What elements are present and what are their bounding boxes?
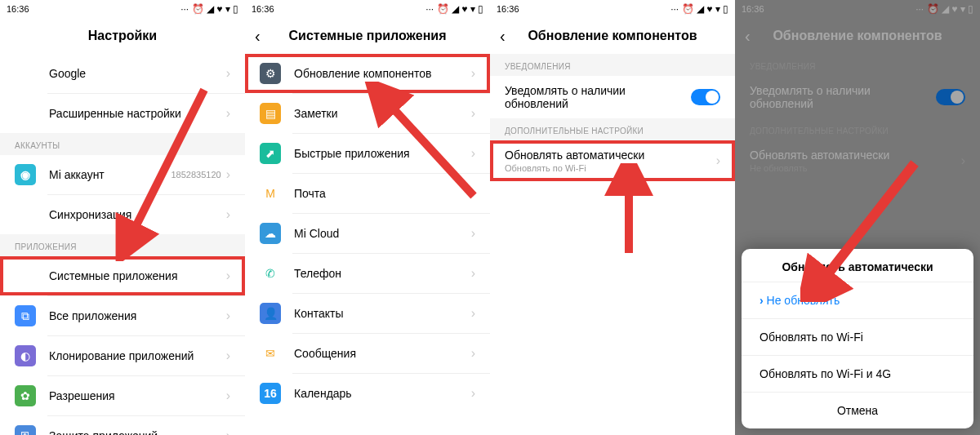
header: ‹ Обновление компонентов: [490, 18, 735, 54]
back-button[interactable]: ‹: [500, 27, 513, 46]
app-icon: ⛨: [15, 425, 36, 435]
list-item[interactable]: 👤 Контакты ›: [245, 294, 490, 333]
sheet-cancel-button[interactable]: Отмена: [742, 392, 973, 428]
list-item[interactable]: M Почта ›: [245, 174, 490, 213]
auto-update-sublabel: Обновлять по Wi-Fi: [505, 163, 716, 173]
panel-settings: 16:36 ··· ⏰ ◢ ♥ ▾ ▯ Настройки G Google ›…: [0, 0, 245, 435]
app-icon: ⚙: [260, 63, 281, 84]
sheet-option[interactable]: Обновлять по Wi-Fi: [742, 318, 973, 355]
chevron-right-icon: ›: [471, 146, 475, 161]
status-time: 16:36: [252, 4, 274, 14]
item-label: Заметки: [294, 107, 471, 120]
list-item[interactable]: ◉ Mi аккаунт 1852835120›: [0, 155, 245, 194]
app-icon: ☁: [260, 223, 281, 244]
app-icon: G: [15, 63, 36, 84]
section-notifications: УВЕДОМЛЕНИЯ: [490, 54, 735, 76]
back-button: ‹: [745, 27, 758, 46]
bottom-sheet: Обновлять автоматически Не обновлятьОбно…: [742, 249, 973, 428]
app-icon: M: [260, 183, 281, 204]
notify-label: Уведомлять о наличии обновлений: [750, 84, 936, 110]
chevron-right-icon: ›: [226, 106, 230, 121]
status-bar: 16:36 ··· ⏰ ◢ ♥ ▾ ▯: [0, 0, 245, 18]
list-item[interactable]: ⧉ Все приложения ›: [0, 296, 245, 335]
notify-toggle-row: Уведомлять о наличии обновлений: [735, 76, 980, 118]
section-extra: ДОПОЛНИТЕЛЬНЫЕ НАСТРОЙКИ: [735, 118, 980, 140]
chevron-right-icon: ›: [716, 153, 720, 168]
list-item[interactable]: ⚙ Обновление компонентов ›: [245, 54, 490, 93]
sheet-option[interactable]: Обновлять по Wi-Fi и 4G: [742, 355, 973, 392]
back-button[interactable]: ‹: [255, 27, 268, 46]
section-notifications: УВЕДОМЛЕНИЯ: [735, 54, 980, 76]
item-label: Защита приложений: [49, 429, 226, 435]
chevron-right-icon: ›: [471, 306, 475, 321]
app-icon: ✿: [15, 385, 36, 406]
toggle-switch[interactable]: [691, 89, 720, 105]
list-item[interactable]: ⛨ Защита приложений ›: [0, 416, 245, 435]
section-apps: ПРИЛОЖЕНИЯ: [0, 234, 245, 256]
status-bar: 16:36 ··· ⏰ ◢ ♥ ▾ ▯: [490, 0, 735, 18]
item-label: Контакты: [294, 307, 471, 320]
app-icon: ↻: [15, 204, 36, 225]
toggle-switch: [936, 89, 965, 105]
chevron-right-icon: ›: [471, 386, 475, 401]
list-item[interactable]: ▦ Системные приложения ›: [0, 256, 245, 295]
app-icon: ▤: [260, 103, 281, 124]
item-label: Синхронизация: [49, 208, 226, 221]
item-label: Клонирование приложений: [49, 349, 226, 362]
list-item[interactable]: ✉ Сообщения ›: [245, 334, 490, 373]
chevron-right-icon: ›: [471, 226, 475, 241]
list-item[interactable]: ✿ Разрешения ›: [0, 376, 245, 415]
sheet-title: Обновлять автоматически: [742, 249, 973, 282]
list-item[interactable]: ↻ Синхронизация ›: [0, 195, 245, 234]
list-item[interactable]: ☁ Mi Cloud ›: [245, 214, 490, 253]
chevron-right-icon: ›: [226, 388, 230, 403]
app-icon: ⧉: [15, 305, 36, 326]
chevron-right-icon: ›: [471, 266, 475, 281]
chevron-right-icon: ›: [226, 269, 230, 283]
list-item[interactable]: ··· Расширенные настройки ›: [0, 94, 245, 133]
app-icon: 👤: [260, 303, 281, 324]
app-icon: ···: [15, 103, 36, 124]
item-label: Системные приложения: [49, 269, 226, 282]
list-item[interactable]: ⬈ Быстрые приложения ›: [245, 134, 490, 173]
notify-label: Уведомлять о наличии обновлений: [505, 84, 691, 110]
status-time: 16:36: [497, 4, 519, 14]
app-icon: ✆: [260, 263, 281, 284]
item-label: Почта: [294, 187, 471, 200]
panel-system-apps: 16:36 ··· ⏰ ◢ ♥ ▾ ▯ ‹ Системные приложен…: [245, 0, 490, 435]
page-title: Настройки: [10, 29, 235, 43]
panel-auto-update-sheet: 16:36 ··· ⏰ ◢ ♥ ▾ ▯ ‹ Обновление компоне…: [735, 0, 980, 435]
page-title: Системные приложения: [255, 29, 480, 43]
notify-toggle-row[interactable]: Уведомлять о наличии обновлений: [490, 76, 735, 118]
auto-update-row: Обновлять автоматически Не обновлять ›: [735, 140, 980, 181]
status-bar: 16:36 ··· ⏰ ◢ ♥ ▾ ▯: [735, 0, 980, 18]
item-label: Обновление компонентов: [294, 67, 471, 80]
list-item[interactable]: 16 Календарь ›: [245, 374, 490, 413]
list-item[interactable]: ✆ Телефон ›: [245, 254, 490, 293]
chevron-right-icon: ›: [226, 66, 230, 81]
list-item[interactable]: ◐ Клонирование приложений ›: [0, 336, 245, 375]
header: ‹ Системные приложения: [245, 18, 490, 54]
chevron-right-icon: ›: [226, 167, 230, 182]
list-item[interactable]: G Google ›: [0, 54, 245, 93]
content: ⚙ Обновление компонентов › ▤ Заметки › ⬈…: [245, 54, 490, 435]
app-icon: ✉: [260, 343, 281, 364]
app-icon: ▦: [15, 265, 36, 286]
item-label: Телефон: [294, 267, 471, 280]
list-item[interactable]: ▤ Заметки ›: [245, 94, 490, 133]
panel-component-updates: 16:36 ··· ⏰ ◢ ♥ ▾ ▯ ‹ Обновление компоне…: [490, 0, 735, 435]
item-label: Календарь: [294, 387, 471, 400]
content: УВЕДОМЛЕНИЯ Уведомлять о наличии обновле…: [735, 54, 980, 181]
status-bar: 16:36 ··· ⏰ ◢ ♥ ▾ ▯: [245, 0, 490, 18]
item-label: Mi Cloud: [294, 227, 471, 240]
content: G Google › ··· Расширенные настройки › А…: [0, 54, 245, 435]
app-icon: ◐: [15, 345, 36, 366]
item-label: Разрешения: [49, 389, 226, 402]
status-time: 16:36: [7, 4, 29, 14]
chevron-right-icon: ›: [226, 348, 230, 363]
chevron-right-icon: ›: [471, 186, 475, 201]
sheet-option[interactable]: Не обновлять: [742, 282, 973, 318]
chevron-right-icon: ›: [471, 66, 475, 81]
item-label: Google: [49, 67, 226, 80]
auto-update-row[interactable]: Обновлять автоматически Обновлять по Wi-…: [490, 140, 735, 181]
